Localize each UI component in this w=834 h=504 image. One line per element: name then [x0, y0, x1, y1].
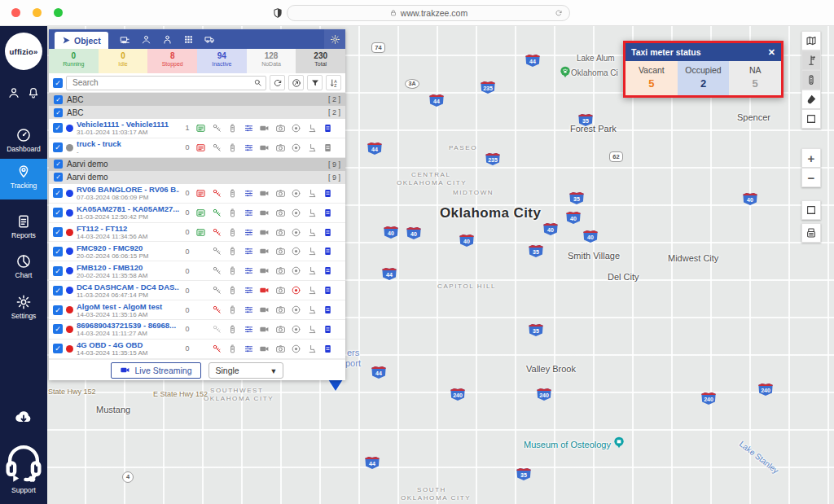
camera-icon[interactable] — [275, 246, 286, 256]
refresh-button[interactable] — [270, 75, 285, 90]
obd-icon[interactable] — [244, 305, 254, 315]
fuel-icon[interactable] — [323, 246, 333, 256]
tab-trailer-icon[interactable] — [120, 34, 130, 45]
sidebar-item-settings[interactable]: Settings — [0, 289, 47, 320]
seat-icon[interactable] — [307, 188, 318, 199]
key-icon[interactable] — [212, 344, 222, 354]
vehicle-name[interactable]: DC4 DASHCAM - DC4 DAS... — [77, 283, 179, 291]
vehicle-checkbox[interactable]: ✓ — [53, 188, 63, 198]
notifications-bell-icon[interactable] — [27, 86, 40, 99]
videocam-icon[interactable] — [259, 285, 270, 296]
panel-settings-button[interactable] — [324, 29, 345, 49]
maximize-window-button[interactable] — [54, 8, 63, 17]
vehicle-checkbox[interactable]: ✓ — [53, 344, 63, 353]
battery-icon[interactable] — [227, 123, 238, 134]
status-cell-total[interactable]: 230Total — [296, 49, 345, 73]
search-icon[interactable] — [253, 78, 262, 87]
zoom-in-button[interactable]: + — [801, 148, 821, 168]
frame-button[interactable] — [801, 109, 821, 129]
group-row[interactable]: ✓ABC[ 2 ] — [49, 106, 345, 119]
google-play-icon[interactable] — [11, 473, 21, 484]
videocam-icon[interactable] — [259, 142, 270, 153]
follow-button[interactable] — [288, 75, 304, 90]
record-icon[interactable] — [291, 188, 301, 199]
status-cell-nodata[interactable]: 128NoData — [247, 49, 296, 73]
record-icon[interactable] — [291, 227, 301, 238]
tab-passenger-icon[interactable] — [162, 34, 173, 45]
status-cell-inactive[interactable]: 94Inactive — [197, 49, 247, 73]
zoom-out-button[interactable]: − — [801, 168, 821, 187]
seat-icon[interactable] — [307, 305, 318, 315]
vehicle-checkbox[interactable]: ✓ — [53, 123, 63, 133]
key-icon[interactable] — [212, 208, 222, 218]
privacy-shield-icon[interactable] — [272, 7, 283, 19]
mapbook-button[interactable] — [801, 31, 821, 50]
vehicle-cluster-marker[interactable] — [328, 379, 343, 391]
battery-icon[interactable] — [227, 142, 238, 153]
battery-icon[interactable] — [227, 324, 238, 335]
close-window-button[interactable] — [11, 8, 20, 17]
battery-icon[interactable] — [227, 227, 238, 238]
seat-icon[interactable] — [307, 265, 318, 276]
vehicle-name[interactable]: FMB120 - FMB120 — [77, 263, 179, 272]
vehicle-row[interactable]: ✓truck - truck-0 — [49, 138, 345, 158]
address-bar[interactable]: www.trakzee.com — [287, 5, 570, 21]
videocam-icon[interactable] — [259, 227, 270, 238]
vehicle-checkbox[interactable]: ✓ — [53, 305, 63, 315]
meter-icon[interactable] — [195, 227, 206, 238]
pen-button[interactable] — [801, 90, 821, 109]
vehicle-name[interactable]: RV06 BANGLORE - RV06 B... — [77, 185, 179, 194]
taxi-cell-occupied[interactable]: Occupied2 — [678, 61, 730, 95]
videocam-icon[interactable] — [259, 188, 270, 199]
record-icon[interactable] — [291, 265, 301, 276]
vehicle-row[interactable]: ✓RV06 BANGLORE - RV06 B...07-03-2024 08:… — [49, 184, 345, 204]
taxi-cell-vacant[interactable]: Vacant5 — [626, 61, 678, 95]
battery-icon[interactable] — [227, 188, 238, 199]
close-icon[interactable]: ✕ — [768, 47, 775, 58]
group-checkbox[interactable]: ✓ — [54, 160, 63, 169]
vehicle-row[interactable]: ✓DC4 DASHCAM - DC4 DAS...11-03-2024 06:4… — [49, 281, 345, 300]
minimize-window-button[interactable] — [33, 8, 42, 17]
cloud-download-icon[interactable] — [14, 407, 33, 427]
seat-icon[interactable] — [307, 285, 318, 296]
apple-icon[interactable] — [27, 473, 37, 484]
sidebar-item-support[interactable]: Support — [0, 437, 47, 494]
camera-icon[interactable] — [275, 142, 286, 153]
reload-icon[interactable] — [555, 9, 563, 17]
meter-icon[interactable] — [195, 305, 206, 315]
battery-icon[interactable] — [227, 305, 238, 315]
videocam-icon[interactable] — [259, 265, 270, 276]
battery-icon[interactable] — [227, 246, 238, 256]
device-button-2[interactable] — [801, 223, 821, 243]
meter-icon[interactable] — [195, 344, 206, 354]
obd-icon[interactable] — [244, 123, 254, 134]
stream-mode-select[interactable]: Single ▾ — [208, 362, 283, 379]
key-icon[interactable] — [212, 265, 222, 276]
live-streaming-button[interactable]: Live Streaming — [111, 362, 200, 379]
group-row[interactable]: ✓Aarvi demo[ 9 ] — [49, 158, 345, 171]
videocam-icon[interactable] — [259, 246, 270, 256]
vehicle-checkbox[interactable]: ✓ — [53, 324, 63, 334]
record-icon[interactable] — [291, 246, 301, 256]
camera-icon[interactable] — [275, 285, 286, 296]
record-icon[interactable] — [291, 305, 301, 315]
sidebar-item-tracking[interactable]: Tracking — [0, 159, 47, 199]
meter-icon[interactable] — [195, 285, 206, 296]
select-all-checkbox[interactable]: ✓ — [53, 78, 63, 88]
tab-grid-icon[interactable] — [183, 34, 194, 45]
seat-icon[interactable] — [307, 142, 318, 153]
videocam-icon[interactable] — [259, 344, 270, 354]
battery-icon[interactable] — [227, 208, 238, 218]
sort-button[interactable]: AZ — [326, 75, 341, 90]
search-input[interactable] — [72, 78, 249, 87]
group-row[interactable]: ✓ABC[ 2 ] — [49, 93, 345, 106]
key-icon[interactable] — [212, 142, 222, 153]
fuel-icon[interactable] — [323, 227, 333, 238]
record-icon[interactable] — [291, 208, 301, 218]
vehicle-row[interactable]: ✓FT112 - FT11214-03-2024 11:34:56 AM0 — [49, 223, 345, 243]
sidebar-item-chart[interactable]: Chart — [0, 248, 47, 279]
frame-button-2[interactable] — [801, 200, 821, 220]
obd-icon[interactable] — [244, 227, 254, 238]
vehicle-row[interactable]: ✓AlgoM test - AlgoM test14-03-2024 11:35… — [49, 300, 345, 320]
vehicle-row[interactable]: ✓FMB120 - FMB12020-02-2024 11:35:58 AM0 — [49, 261, 345, 281]
